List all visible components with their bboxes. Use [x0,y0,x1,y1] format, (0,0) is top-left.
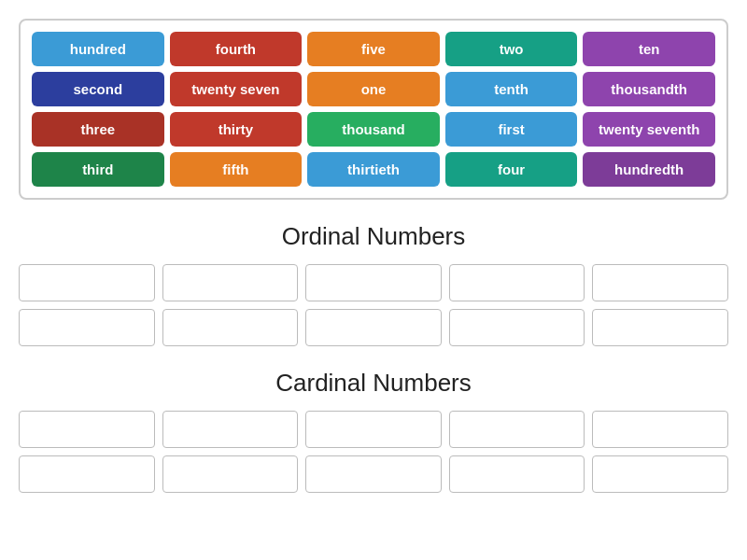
word-tile[interactable]: hundred [32,32,164,66]
drop-cell[interactable] [592,411,728,448]
ordinal-title: Ordinal Numbers [19,222,728,251]
drop-cell[interactable] [305,264,442,301]
drop-cell[interactable] [592,455,728,493]
drop-cell[interactable] [162,455,299,493]
tiles-grid: hundredfourthfivetwotensecondtwenty seve… [32,32,715,187]
word-tile[interactable]: tenth [445,72,578,106]
drop-cell[interactable] [449,309,585,346]
drop-cell[interactable] [162,264,299,301]
drop-cell[interactable] [305,411,442,448]
drop-cell[interactable] [592,309,728,346]
drop-cell[interactable] [592,264,728,301]
word-tile[interactable]: thousand [307,112,440,147]
word-tile[interactable]: three [32,112,164,147]
word-tile[interactable]: third [32,152,164,187]
drop-cell[interactable] [305,309,442,346]
word-tile[interactable]: thirtieth [307,152,440,187]
word-tile[interactable]: hundredth [583,152,715,187]
word-tile[interactable]: two [445,32,578,66]
drop-cell[interactable] [162,411,299,448]
word-tile[interactable]: one [307,72,440,106]
cardinal-section: Cardinal Numbers [19,369,728,493]
word-tile[interactable]: twenty seven [170,72,303,106]
drop-cell[interactable] [449,455,585,493]
cardinal-title: Cardinal Numbers [19,369,728,398]
drop-cell[interactable] [449,264,585,301]
drop-cell[interactable] [305,455,442,493]
word-tile[interactable]: first [445,112,578,147]
drop-cell[interactable] [19,309,155,346]
drop-cell[interactable] [162,309,299,346]
word-tile[interactable]: ten [583,32,715,66]
word-tile[interactable]: thirty [170,112,303,147]
word-tile[interactable]: twenty seventh [583,112,715,147]
drop-cell[interactable] [449,411,585,448]
word-tile[interactable]: fifth [170,152,303,187]
cardinal-drop-grid [19,411,728,493]
drop-cell[interactable] [19,411,155,448]
word-tile[interactable]: fourth [170,32,303,66]
tiles-container: hundredfourthfivetwotensecondtwenty seve… [19,19,728,200]
word-tile[interactable]: five [307,32,440,66]
ordinal-drop-grid [19,264,728,346]
ordinal-section: Ordinal Numbers [19,222,728,346]
drop-cell[interactable] [19,264,155,301]
word-tile[interactable]: four [445,152,578,187]
word-tile[interactable]: second [32,72,164,106]
drop-cell[interactable] [19,455,155,493]
word-tile[interactable]: thousandth [583,72,715,106]
